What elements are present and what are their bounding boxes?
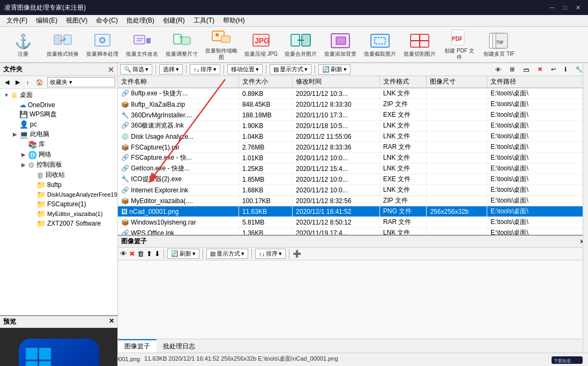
library-icon: 📚 xyxy=(28,140,37,149)
expand-icon[interactable]: ▶ xyxy=(19,152,28,158)
breadcrumb[interactable]: 收藏夹 ▾ xyxy=(47,77,116,87)
menu-help[interactable]: 帮助(H) xyxy=(219,15,249,26)
table-row[interactable]: 🔗 Internet Explorer.lnk 1.68KB 2020/11/1… xyxy=(118,185,588,196)
table-row[interactable]: 🔧 ICO提取器(2).exe 1.85MB 2020/11/12 10:0..… xyxy=(118,174,588,185)
menu-batch[interactable]: 批处理(B) xyxy=(122,15,159,26)
table-row[interactable]: 📦 MyEditor_xiazaiba(.... 100.17KB 2020/1… xyxy=(118,196,588,206)
batch-background-button[interactable]: 批量添加背景 xyxy=(322,28,359,61)
tree-item-zxt[interactable]: 📁 ZXT2007 Software xyxy=(0,219,117,228)
sort-button[interactable]: ↑↓ 排序▾ xyxy=(190,64,220,74)
maximize-button[interactable]: □ xyxy=(559,2,571,13)
basket-display-button[interactable]: ▤ 显示方式▾ xyxy=(206,249,248,259)
folder-header-title: 文件夹 xyxy=(3,65,23,74)
batch-merge-button[interactable]: 批量合并图片 xyxy=(282,28,319,61)
col-modified[interactable]: 修改时间 xyxy=(293,76,380,88)
col-filesize[interactable]: 文件大小 xyxy=(239,76,292,88)
menu-create[interactable]: 创建(R) xyxy=(159,15,189,26)
basket-clear-button[interactable]: 🗑 xyxy=(137,250,144,258)
batch-script-button[interactable]: 批量脚本处理 xyxy=(84,28,121,61)
table-row[interactable]: 🔗 WPS Office.lnk 1.36KB 2020/11/19 17:4.… xyxy=(118,228,588,235)
cell-dimensions xyxy=(427,121,487,131)
menu-file[interactable]: 文件(F) xyxy=(2,15,32,26)
register-button[interactable]: ⚓ 注册 xyxy=(4,28,42,61)
close-button[interactable]: ✕ xyxy=(572,2,584,13)
menu-command[interactable]: 命令(C) xyxy=(92,15,122,26)
tree-item-diskusage[interactable]: 📁 DiskUsageAnalyzerFree19 xyxy=(0,190,117,199)
nav-forward-button[interactable]: ▶ xyxy=(13,78,23,87)
table-row[interactable]: 🔗 8uftp.exe - 快捷方... 0.89KB 2020/11/12 1… xyxy=(118,88,588,99)
rotate-button[interactable]: ↩ xyxy=(548,65,559,73)
batch-convert-button[interactable]: 批量格式转换 xyxy=(44,28,81,61)
svg-rect-20 xyxy=(371,34,389,47)
right-scrollbar[interactable] xyxy=(583,63,588,353)
move-button[interactable]: 移动位置▾ xyxy=(227,64,263,74)
expand-icon[interactable]: ▶ xyxy=(11,131,19,137)
create-tif-button[interactable]: TIF 创建多页 TIF xyxy=(480,28,518,61)
col-path[interactable]: 文件路径 xyxy=(487,76,588,88)
table-row[interactable]: 💿 Disk Usage Analyze... 1.04KB 2020/11/2… xyxy=(118,131,588,142)
basket-delete-button[interactable]: ✖ xyxy=(129,250,135,258)
basket-tab-images[interactable]: 图像篮子 xyxy=(118,339,157,353)
batch-capture-button[interactable]: 批量截取图片 xyxy=(361,28,399,61)
add-basket-button[interactable]: 🗃 xyxy=(520,66,532,73)
basket-refresh-button[interactable]: 🔄 刷新▾ xyxy=(167,249,199,259)
eye-button[interactable]: 👁 xyxy=(492,66,504,73)
basket-sort-button[interactable]: ↑↓ 排序▾ xyxy=(255,249,286,259)
batch-compress-button[interactable]: JPG 批量压缩 JPG xyxy=(242,28,280,61)
tree-item-network[interactable]: ▶ 🌐 网络 xyxy=(0,150,117,160)
create-pdf-button[interactable]: PDF 创建 PDF 文件 xyxy=(441,28,478,61)
filter-button[interactable]: 🔍 筛选▾ xyxy=(120,64,152,74)
menu-edit[interactable]: 编辑(E) xyxy=(32,15,62,26)
table-row[interactable]: 🔧 360DrvMgrInstaller.... 188.18MB 2020/1… xyxy=(118,110,588,121)
col-format[interactable]: 文件格式 xyxy=(379,76,427,88)
menu-tools[interactable]: 工具(T) xyxy=(189,15,219,26)
info-button[interactable]: ℹ xyxy=(561,65,570,73)
preview-close-button[interactable]: ✕ xyxy=(109,317,114,326)
batch-split-button[interactable]: 批量切割图片 xyxy=(401,28,438,61)
basket-view-button[interactable]: 👁 xyxy=(120,250,127,258)
table-row[interactable]: 🔗 FSCapture.exe - 快... 1.01KB 2020/11/12… xyxy=(118,153,588,163)
minimize-button[interactable]: ─ xyxy=(546,2,558,13)
basket-up-button[interactable]: ⬆ xyxy=(146,250,152,258)
batch-resize-button[interactable]: 批量调整尺寸 xyxy=(163,28,200,61)
tree-item-onedrive[interactable]: ☁ OneDrive xyxy=(0,100,117,109)
nav-back-button[interactable]: ◀ xyxy=(2,78,12,87)
col-filename[interactable]: 文件名称 xyxy=(118,76,239,88)
table-row[interactable]: 🔗 360极速浏览器.lnk 1.90KB 2020/11/18 10:5...… xyxy=(118,121,588,131)
menu-view[interactable]: 视图(V) xyxy=(62,15,92,26)
tree-item-wps[interactable]: 💾 WPS网盘 xyxy=(0,109,117,119)
tree-item-computer[interactable]: ▶ 💻 此电脑 xyxy=(0,129,117,139)
basket-tab-log[interactable]: 批处理日志 xyxy=(157,339,202,353)
nav-up-button[interactable]: ↑ xyxy=(24,78,32,87)
filter2-button[interactable]: ⊞ xyxy=(507,65,518,73)
display-button[interactable]: ▤ 显示方式▾ xyxy=(270,64,311,74)
register-label: 注册 xyxy=(18,51,28,57)
cell-format: ZIP 文件 xyxy=(379,196,427,206)
table-row[interactable]: 📦 8uftp_XiaZaiBa.zip 848.45KB 2020/11/12… xyxy=(118,99,588,110)
tree-item-desktop[interactable]: ▼ 🖥 桌面 xyxy=(0,90,117,100)
tree-item-pc[interactable]: 👤 pc xyxy=(0,119,117,129)
tree-item-fscapture[interactable]: 📁 FSCapture(1) xyxy=(0,199,117,209)
expand-icon[interactable]: ▼ xyxy=(2,92,11,98)
cell-size: 5.81MB xyxy=(239,217,292,228)
folder-panel-close[interactable]: ✕ xyxy=(108,65,114,74)
basket-add-button[interactable]: ➕ xyxy=(293,250,301,258)
expand-icon[interactable]: ▶ xyxy=(19,162,28,168)
table-row[interactable]: 📦 Windows10yisheng.rar 5.81MB 2020/11/12… xyxy=(118,217,588,228)
table-row[interactable]: 🔗 GetIcon.exe - 快捷... 1.25KB 2020/11/12 … xyxy=(118,163,588,174)
basket-down-button[interactable]: ⬇ xyxy=(154,250,160,258)
tree-item-8uftp[interactable]: 📁 8uftp xyxy=(0,180,117,190)
col-dimensions[interactable]: 图像尺寸 xyxy=(427,76,487,88)
tree-item-recycle[interactable]: 🗑 回收站 xyxy=(0,170,117,180)
nav-home-button[interactable]: 🏠 xyxy=(33,78,46,87)
select-button[interactable]: 选择▾ xyxy=(159,64,183,74)
tree-item-library[interactable]: 📚 库 xyxy=(0,139,117,150)
refresh-button[interactable]: 🔄 刷新▾ xyxy=(318,64,351,74)
tree-item-myeditor[interactable]: 📁 MyEditor_xiazaiba(1) xyxy=(0,209,117,219)
table-row[interactable]: 📦 FSCapture(1).rar 2.76MB 2020/11/12 8:3… xyxy=(118,142,588,153)
batch-rename-button[interactable]: 批量文件改名 xyxy=(123,28,161,61)
table-row[interactable]: 🖼 nCad_00001.png 11.63KB 2020/12/1 16:41… xyxy=(118,206,588,217)
delete-button[interactable]: ✖ xyxy=(534,65,546,73)
tree-item-controlpanel[interactable]: ▶ ⚙ 控制面板 xyxy=(0,160,117,170)
batch-thumbnail-button[interactable]: 批量制作缩略图 xyxy=(203,28,240,61)
